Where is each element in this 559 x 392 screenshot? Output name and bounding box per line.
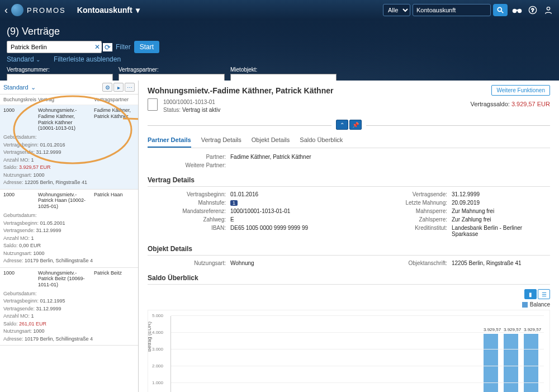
list-item[interactable]: 1000Wohnungsmietv.-Patrick Beitz (10069-… xyxy=(0,268,138,346)
help-icon[interactable]: ? xyxy=(527,4,539,16)
tab-saldo-ueberblick[interactable]: Saldo Überblick xyxy=(300,133,343,148)
export-icon[interactable]: ▸ xyxy=(113,83,124,92)
clear-icon[interactable]: ✕ xyxy=(93,43,102,51)
table-view-button[interactable]: ☰ xyxy=(538,289,550,299)
chevron-down-icon: ⌄ xyxy=(31,84,36,91)
detail-tabs: Partner Details Vertrag Details Objekt D… xyxy=(148,133,550,148)
contracts-sidebar: Standard ⌄ ⚙ ▸ ⋯ BuchungskreisVertragVer… xyxy=(0,81,139,392)
user-icon[interactable] xyxy=(542,4,555,16)
tab-objekt-details[interactable]: Objekt Details xyxy=(252,133,290,148)
chart-bar: 3.929,57 xyxy=(524,334,538,392)
svg-point-7 xyxy=(547,7,549,10)
svg-line-1 xyxy=(501,11,504,13)
binoculars-icon[interactable] xyxy=(511,4,523,16)
tab-vertrag-details[interactable]: Vertrag Details xyxy=(201,133,241,148)
settings-icon[interactable]: ⚙ xyxy=(102,83,112,92)
svg-rect-4 xyxy=(516,10,519,11)
detail-title: Wohnungsmietv.-Fadime Käthner, Patrick K… xyxy=(148,86,550,95)
saldo-section: Saldo Überblick ▮ ☰ Balance Betrag (EUR)… xyxy=(148,274,550,392)
contract-id: 1000/10001-1013-01 xyxy=(163,98,220,106)
magnifier-icon xyxy=(496,6,504,14)
more-functions-button[interactable]: Weitere Funktionen xyxy=(491,85,550,96)
svg-text:?: ? xyxy=(531,7,534,13)
app-header: ‹ PROMOS Kontoauskunft ▾ Alle ? xyxy=(0,0,559,20)
module-title[interactable]: Kontoauskunft ▾ xyxy=(77,6,140,15)
tab-partner-details[interactable]: Partner Details xyxy=(148,133,191,148)
brand-name: PROMOS xyxy=(27,6,66,15)
chart-legend: Balance xyxy=(148,301,550,308)
pin-detail-button[interactable]: 📌 xyxy=(349,120,362,130)
chart-bar: 3.929,57 xyxy=(484,334,498,392)
document-icon xyxy=(148,98,158,111)
back-button[interactable]: ‹ xyxy=(4,4,8,16)
standard-dropdown[interactable]: Standard ⌄ xyxy=(7,55,40,63)
filter-link[interactable]: Filter xyxy=(116,43,131,51)
svg-point-0 xyxy=(498,7,501,11)
partner-section: Partner:Fadime Käthner, Patrick Käthner … xyxy=(148,154,550,168)
vertragsnummer-label: Vertragsnummer: xyxy=(7,67,113,73)
chart-bar: 3.929,57 xyxy=(504,334,518,392)
vertragspartner-label: Vertragspartner: xyxy=(119,67,225,73)
mahnstufe-badge: 1 xyxy=(230,200,238,206)
refresh-icon[interactable]: ⟳ xyxy=(103,43,112,51)
search-button[interactable] xyxy=(493,4,508,16)
dropdown-icon: ▾ xyxy=(136,6,140,15)
collapse-detail-button[interactable]: ⌃ xyxy=(336,120,348,130)
list-item[interactable]: 1000Wohnungsmietv.-Fadime Käthner, Patri… xyxy=(0,105,138,190)
hide-filter-link[interactable]: Filterleiste ausblenden xyxy=(54,55,121,63)
filter-banner: (9) Verträge ✕ ⟳ Filter Start Standard ⌄… xyxy=(0,20,559,81)
more-icon[interactable]: ⋯ xyxy=(125,83,135,92)
status-label: Status: xyxy=(163,107,181,113)
sidebar-columns: BuchungskreisVertragVertragspartner xyxy=(0,95,138,105)
quick-search-input[interactable] xyxy=(7,41,102,53)
start-button[interactable]: Start xyxy=(134,41,159,53)
brand-logo xyxy=(11,4,23,16)
vertrag-section: Vertrag Details Vertragsbeginn:01.01.201… xyxy=(148,176,550,237)
list-item[interactable]: 1000Wohnungsmietv.-Patrick Haan (10002-1… xyxy=(0,190,138,268)
global-search-input[interactable] xyxy=(413,4,491,16)
page-title: (9) Verträge xyxy=(7,26,552,37)
balance-chart: Betrag (EUR) 3.929,573.929,573.929,57 1.… xyxy=(148,310,550,392)
objekt-section: Objekt Details Nutzungsart:Wohnung Objek… xyxy=(148,245,550,266)
module-label: Kontoauskunft xyxy=(77,6,132,15)
scope-select[interactable]: Alle xyxy=(383,4,410,16)
status-value: Vertrag ist aktiv xyxy=(182,107,220,113)
contract-saldo: Vertragssaldo: 3.929,57 EUR xyxy=(471,101,551,107)
mietobjekt-label: Mietobjekt: xyxy=(230,67,337,73)
detail-panel: Weitere Funktionen Wohnungsmietv.-Fadime… xyxy=(139,81,559,392)
chevron-down-icon: ⌄ xyxy=(36,56,40,63)
chart-view-button[interactable]: ▮ xyxy=(524,289,537,299)
sidebar-standard-dropdown[interactable]: Standard ⌄ xyxy=(3,84,36,91)
